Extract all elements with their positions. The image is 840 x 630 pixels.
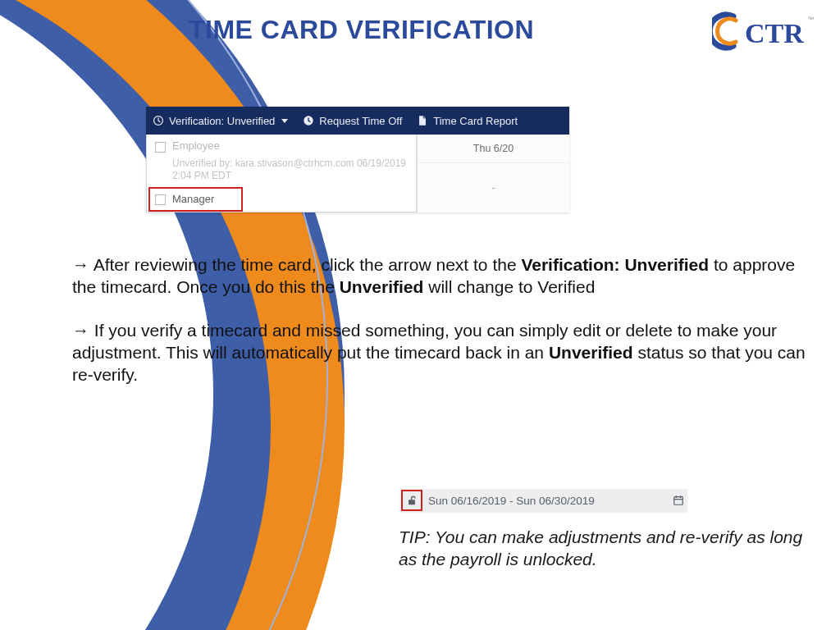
request-time-off-button[interactable]: Request Time Off [303, 115, 402, 127]
day-header: Thu 6/20 [418, 135, 569, 163]
time-card-report-label: Time Card Report [433, 115, 518, 127]
verification-screenshot: Verification: Unverified Request Time Of… [146, 107, 569, 212]
day-column: Thu 6/20 - [417, 135, 569, 212]
tip-text: TIP: You can make adjustments and re-ver… [399, 527, 809, 571]
date-range-bar: Sun 06/16/2019 - Sun 06/30/2019 [400, 489, 687, 512]
employee-checkbox-row[interactable]: Employee [147, 135, 416, 158]
unlock-button[interactable] [400, 489, 423, 512]
chevron-down-icon [281, 119, 288, 123]
clock-solid-icon [303, 115, 314, 126]
highlight-box [148, 187, 243, 212]
ctr-logo: CTR ™ [712, 10, 817, 52]
verification-label: Verification: Unverified [169, 115, 275, 127]
paragraph-2: → If you verify a timecard and missed so… [72, 320, 819, 386]
day-cell: - [418, 163, 569, 212]
instruction-text: → After reviewing the time card, click t… [72, 254, 819, 407]
verification-dropdown-button[interactable]: Verification: Unverified [153, 115, 288, 127]
arrow-right-icon: → [72, 255, 89, 274]
time-card-report-button[interactable]: Time Card Report [417, 115, 518, 127]
employee-unverified-detail: Unverified by: kara.stivason@ctrhcm.com … [147, 158, 416, 187]
p2-bold-a: Unverified [549, 343, 633, 362]
p1-bold-a: Verification: Unverified [521, 255, 709, 274]
checkbox-unchecked-icon [155, 142, 166, 153]
paragraph-1: → After reviewing the time card, click t… [72, 254, 819, 299]
svg-text:™: ™ [807, 16, 814, 23]
svg-rect-5 [674, 497, 683, 505]
svg-text:CTR: CTR [745, 18, 804, 48]
calendar-button[interactable] [669, 495, 687, 506]
arrow-right-icon: → [72, 321, 89, 340]
calendar-icon [673, 495, 684, 506]
employee-label: Employee [172, 139, 220, 152]
request-time-off-label: Request Time Off [319, 115, 402, 127]
date-range-text: Sun 06/16/2019 - Sun 06/30/2019 [423, 495, 669, 507]
highlight-box [401, 490, 422, 511]
p1-bold-b: Unverified [340, 277, 424, 296]
verification-dropdown-panel: Employee Unverified by: kara.stivason@ct… [146, 135, 417, 212]
p1-text-c: will change to Verified [423, 277, 595, 296]
page-title: TIME CARD VERIFICATION [189, 15, 534, 45]
clock-outline-icon [153, 115, 164, 126]
timecard-toolbar: Verification: Unverified Request Time Of… [146, 107, 569, 135]
p1-text-a: After reviewing the time card, click the… [94, 255, 522, 274]
manager-checkbox-row[interactable]: Manager [147, 187, 416, 212]
document-icon [417, 115, 428, 126]
